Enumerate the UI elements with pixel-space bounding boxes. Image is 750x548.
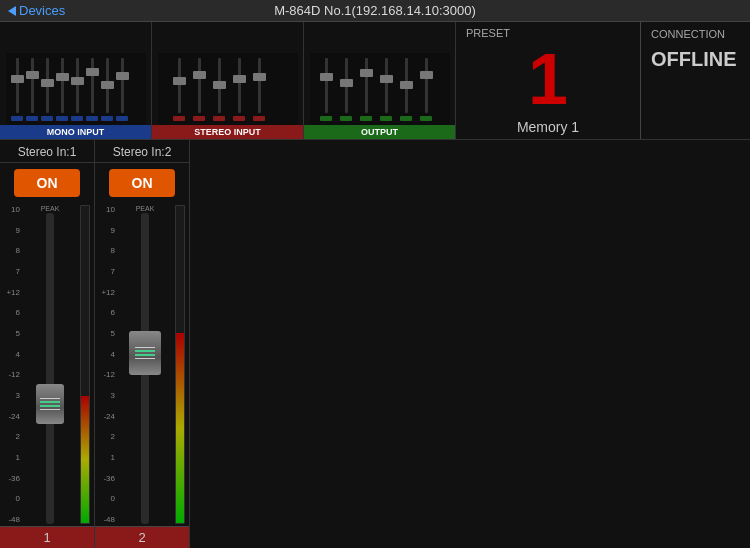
svg-rect-9 — [11, 75, 24, 83]
channel-2-fader-container: PEAK — [118, 203, 172, 526]
channel-1-number: 1 — [0, 526, 94, 548]
mono-input-panel: MONO INPUT — [0, 22, 152, 139]
svg-rect-56 — [360, 116, 372, 121]
svg-rect-29 — [238, 58, 241, 113]
right-empty-area — [190, 140, 750, 548]
channel-strip-2: Stereo In:2 ON 10 9 8 7 +12 6 5 4 -12 3 … — [95, 140, 190, 548]
svg-rect-34 — [233, 75, 246, 83]
channel-2-peak-label: PEAK — [136, 205, 155, 212]
devices-label: Devices — [19, 3, 65, 18]
svg-rect-18 — [26, 116, 38, 121]
svg-rect-1 — [16, 58, 19, 113]
svg-rect-19 — [41, 116, 53, 121]
svg-rect-14 — [86, 68, 99, 76]
fader-line-3 — [135, 354, 155, 356]
channel-2-fader-section: 10 9 8 7 +12 6 5 4 -12 3 -24 2 1 -36 0 -… — [95, 203, 189, 526]
svg-rect-4 — [61, 58, 64, 113]
svg-rect-32 — [193, 71, 206, 79]
window-title: M-864D No.1(192.168.14.10:3000) — [274, 3, 476, 18]
svg-rect-15 — [101, 81, 114, 89]
svg-rect-36 — [173, 116, 185, 121]
channel-2-fader-handle[interactable] — [129, 331, 161, 375]
svg-rect-50 — [360, 69, 373, 77]
output-faders-area — [304, 22, 455, 125]
channel-1-fader-track[interactable] — [46, 213, 54, 524]
channel-2-header: Stereo In:2 — [95, 140, 189, 163]
svg-rect-2 — [31, 58, 34, 113]
stereo-input-panel: STEREO INPUT — [152, 22, 304, 139]
channel-1-meter-bar — [80, 205, 90, 524]
channel-2-fader-track[interactable] — [141, 213, 149, 524]
channel-2-number: 2 — [95, 526, 189, 548]
channel-1-fader-section: 10 9 8 7 +12 6 5 4 -12 3 -24 2 1 -36 0 -… — [0, 203, 94, 526]
channel-1-header: Stereo In:1 — [0, 140, 94, 163]
svg-rect-58 — [400, 116, 412, 121]
stereo-label: STEREO INPUT — [152, 125, 303, 139]
svg-rect-45 — [385, 58, 388, 113]
connection-panel: CONNECTION OFFLINE — [641, 22, 750, 139]
preset-section-label: PRESET — [456, 22, 510, 41]
svg-rect-44 — [365, 58, 368, 113]
channel-1-peak-label: PEAK — [41, 205, 60, 212]
svg-rect-52 — [400, 81, 413, 89]
svg-rect-13 — [71, 77, 84, 85]
channel-1-fader-handle[interactable] — [36, 384, 64, 424]
svg-rect-38 — [213, 116, 225, 121]
svg-rect-30 — [258, 58, 261, 113]
mono-fader-svg — [6, 53, 146, 125]
output-fader-svg — [310, 53, 450, 125]
stereo-fader-svg — [158, 53, 298, 125]
fader-line-1 — [40, 398, 60, 399]
connection-label: CONNECTION — [651, 28, 725, 40]
svg-rect-24 — [116, 116, 128, 121]
svg-rect-41 — [310, 53, 450, 125]
svg-rect-55 — [340, 116, 352, 121]
svg-rect-20 — [56, 116, 68, 121]
connection-status: OFFLINE — [651, 48, 737, 71]
fader-line-3 — [40, 405, 60, 407]
fader-line-1 — [135, 347, 155, 348]
svg-rect-51 — [380, 75, 393, 83]
svg-rect-6 — [91, 58, 94, 113]
channel-1-fader-container: PEAK — [23, 203, 77, 526]
svg-rect-11 — [41, 79, 54, 87]
svg-rect-40 — [253, 116, 265, 121]
panels-row: MONO INPUT STEREO — [0, 22, 750, 140]
svg-rect-16 — [116, 72, 129, 80]
channel-2-scale: 10 9 8 7 +12 6 5 4 -12 3 -24 2 1 -36 0 -… — [99, 203, 115, 526]
svg-rect-48 — [320, 73, 333, 81]
channel-2-meter — [175, 203, 185, 526]
svg-rect-42 — [325, 58, 328, 113]
stereo-faders-area — [152, 22, 303, 125]
channel-2-meter-fill — [176, 333, 184, 523]
fader-line-2 — [40, 401, 60, 403]
svg-rect-10 — [26, 71, 39, 79]
svg-rect-5 — [76, 58, 79, 113]
top-bar: Devices M-864D No.1(192.168.14.10:3000) — [0, 0, 750, 22]
mono-faders-area — [0, 22, 151, 125]
svg-rect-12 — [56, 73, 69, 81]
svg-rect-53 — [420, 71, 433, 79]
svg-rect-33 — [213, 81, 226, 89]
preset-panel[interactable]: PRESET 1 Memory 1 — [456, 22, 641, 139]
svg-rect-59 — [420, 116, 432, 121]
preset-number: 1 — [528, 43, 568, 115]
svg-rect-31 — [173, 77, 186, 85]
svg-rect-27 — [198, 58, 201, 113]
main-content: Stereo In:1 ON 10 9 8 7 +12 6 5 4 -12 3 … — [0, 140, 750, 548]
svg-rect-8 — [121, 58, 124, 113]
svg-rect-37 — [193, 116, 205, 121]
fader-line-4 — [135, 358, 155, 359]
svg-rect-26 — [178, 58, 181, 113]
devices-button[interactable]: Devices — [8, 3, 65, 18]
svg-rect-47 — [425, 58, 428, 113]
fader-line-4 — [40, 409, 60, 410]
svg-rect-39 — [233, 116, 245, 121]
svg-rect-23 — [101, 116, 113, 121]
channel-1-on-button[interactable]: ON — [14, 169, 80, 197]
svg-rect-49 — [340, 79, 353, 87]
channel-2-meter-bar — [175, 205, 185, 524]
channel-strip-1: Stereo In:1 ON 10 9 8 7 +12 6 5 4 -12 3 … — [0, 140, 95, 548]
preset-memory-label: Memory 1 — [517, 119, 579, 135]
channel-2-on-button[interactable]: ON — [109, 169, 175, 197]
